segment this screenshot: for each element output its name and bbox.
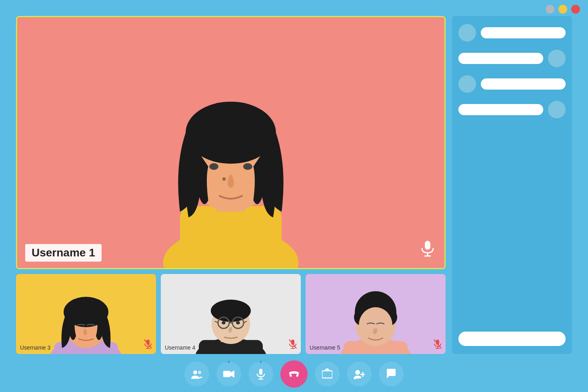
svg-point-30 [222,321,226,324]
participant-row-2 [458,50,566,67]
end-call-button[interactable] [280,360,308,388]
participant-name-bar-3 [481,78,566,90]
svg-point-24 [211,300,251,322]
app-container: Username 1 [16,16,572,354]
svg-point-31 [236,321,240,324]
chat-input-area[interactable] [458,332,566,346]
thumbnail-row: Username 3 [16,274,446,354]
participant-row-3 [458,75,566,93]
participant-avatar-4 [548,101,566,118]
main-mic-icon [420,240,435,260]
close-button[interactable] [571,5,580,14]
svg-point-44 [359,307,392,343]
thumbnail-2[interactable]: Username 4 [161,274,301,354]
main-video-feed[interactable]: Username 1 [16,16,446,269]
main-speaker-avatar [113,42,348,268]
right-panel [452,16,572,354]
participant-name-bar-1 [481,27,566,38]
svg-rect-57 [296,374,299,377]
svg-rect-53 [259,369,262,375]
participant-avatar-1 [458,24,476,42]
add-participant-button[interactable] [347,362,372,386]
svg-rect-51 [223,371,230,377]
maximize-button[interactable] [558,5,567,14]
camera-button[interactable]: ▲ [216,362,241,386]
thumbnail-1-username: Username 3 [20,344,50,351]
svg-point-60 [355,370,360,375]
thumbnail-2-username: Username 4 [165,344,195,351]
svg-rect-56 [289,374,292,377]
svg-rect-8 [425,241,430,250]
svg-point-7 [222,177,226,180]
participant-avatar-3 [458,75,476,93]
thumbnail-3[interactable]: Username 5 [306,274,446,354]
main-video-username: Username 1 [25,244,102,262]
share-screen-button[interactable] [315,362,340,386]
mic-up-arrow: ▲ [258,358,263,364]
thumbnail-3-username: Username 5 [310,344,340,351]
chat-button[interactable] [379,362,404,386]
svg-point-6 [243,163,252,170]
participants-button[interactable] [184,362,209,386]
thumbnail-1-mic-muted [144,339,152,351]
camera-up-arrow: ▲ [226,358,231,364]
svg-point-49 [193,370,197,374]
participant-name-bar-4 [458,104,543,115]
participant-row-4 [458,101,566,118]
minimize-button[interactable] [546,5,554,14]
participant-name-bar-2 [458,53,543,64]
video-panel: Username 1 [16,16,446,354]
svg-marker-52 [230,370,234,378]
participant-avatar-2 [548,50,566,67]
svg-rect-1 [180,206,282,268]
microphone-button[interactable]: ▲ [248,362,273,386]
toolbar: ▲ ▲ [0,356,588,392]
main-video-background [17,17,444,268]
thumbnail-3-mic-muted [434,339,442,351]
thumbnail-2-mic-muted [289,339,297,351]
window-chrome [546,5,580,14]
svg-point-5 [209,163,218,170]
thumbnail-1[interactable]: Username 3 [16,274,156,354]
svg-rect-58 [322,371,332,378]
participant-row-1 [458,24,566,42]
svg-point-50 [198,371,201,374]
